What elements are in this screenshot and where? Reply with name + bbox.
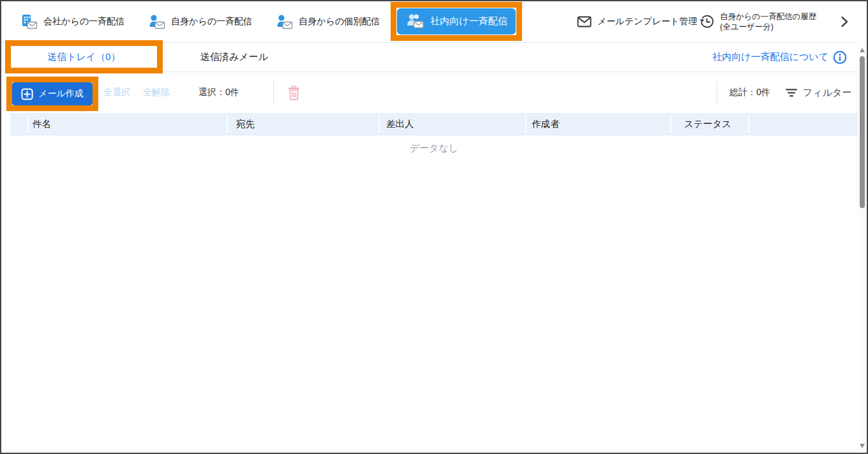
scroll-up-arrow-icon[interactable] xyxy=(860,48,865,52)
about-link-label: 社内向け一斉配信について xyxy=(712,51,828,63)
group-mail-icon xyxy=(405,13,424,30)
annotation-highlight-internal-broadcast: 社内向け一斉配信 xyxy=(391,2,522,41)
nav-item-template-management[interactable]: メールテンプレート管理 xyxy=(577,1,697,42)
table-header-row: 件名 宛先 差出人 作成者 ステータス xyxy=(10,113,858,135)
tab-label: 送信済みメール xyxy=(200,51,268,63)
annotation-highlight-outbox-tab: 送信トレイ（0） xyxy=(5,40,163,73)
tab-sent-mail[interactable]: 送信済みメール xyxy=(163,43,306,72)
compose-button-label: メール作成 xyxy=(38,88,84,100)
empty-table-message: データなし xyxy=(10,142,858,155)
column-separator xyxy=(227,115,228,133)
delete-button[interactable] xyxy=(287,72,301,113)
filter-icon xyxy=(785,88,798,98)
trash-icon xyxy=(287,86,301,100)
person-mail-icon xyxy=(148,13,165,30)
column-header-recipient: 宛先 xyxy=(236,113,255,135)
person-mail-icon xyxy=(276,13,293,30)
info-icon xyxy=(833,50,847,64)
chevron-right-icon xyxy=(840,15,849,28)
nav-item-broadcast-history[interactable]: 自身からの一斉配信の履歴 (全ユーザー分) xyxy=(700,1,816,42)
nav-item-label: 社内向け一斉配信 xyxy=(430,15,507,27)
nav-item-label: 自身からの一斉配信の履歴 xyxy=(720,11,816,22)
column-header-subject: 件名 xyxy=(33,113,51,135)
toolbar-divider xyxy=(273,80,274,105)
column-header-sender: 差出人 xyxy=(386,113,414,135)
total-count: 総計：0件 xyxy=(730,72,770,113)
nav-item-label: 自身からの一斉配信 xyxy=(171,16,252,27)
filter-button[interactable]: フィルター xyxy=(785,72,851,113)
selected-count: 選択：0件 xyxy=(198,72,239,113)
filter-button-label: フィルター xyxy=(803,87,851,99)
vertical-scrollbar[interactable] xyxy=(858,43,867,453)
column-separator xyxy=(378,115,380,133)
deselect-all-button[interactable]: 全解除 xyxy=(143,72,170,113)
tab-outbox[interactable]: 送信トレイ（0） xyxy=(47,51,120,63)
nav-item-label: 会社からの一斉配信 xyxy=(43,16,124,27)
history-icon xyxy=(700,15,714,29)
app-window: 会社からの一斉配信 自身からの一斉配信 自身からの個別配信 xyxy=(0,0,868,454)
annotation-highlight-compose-button: メール作成 xyxy=(6,77,98,111)
column-separator xyxy=(525,115,527,133)
nav-overflow-button[interactable] xyxy=(840,1,849,42)
scroll-down-arrow-icon[interactable] xyxy=(860,444,865,448)
nav-item-label: メールテンプレート管理 xyxy=(597,16,697,27)
column-header-status: ステータス xyxy=(684,113,731,135)
nav-item-company-broadcast[interactable]: 会社からの一斉配信 xyxy=(20,1,124,42)
nav-item-sublabel: (全ユーザー分) xyxy=(720,22,816,32)
plus-icon xyxy=(21,88,33,100)
nav-item-label: 自身からの個別配信 xyxy=(299,16,380,27)
toolbar-divider xyxy=(717,80,717,105)
building-mail-icon xyxy=(20,13,38,30)
column-header-creator: 作成者 xyxy=(532,113,560,135)
column-separator xyxy=(748,115,749,133)
compose-mail-button[interactable]: メール作成 xyxy=(12,82,93,105)
about-internal-broadcast-link[interactable]: 社内向け一斉配信について xyxy=(712,43,847,72)
select-all-button[interactable]: 全選択 xyxy=(103,72,130,113)
nav-item-self-individual[interactable]: 自身からの個別配信 xyxy=(276,1,380,42)
envelope-icon xyxy=(577,16,592,27)
column-separator xyxy=(27,115,29,133)
nav-item-self-broadcast[interactable]: 自身からの一斉配信 xyxy=(148,1,252,42)
scrollbar-thumb[interactable] xyxy=(860,56,865,208)
nav-item-internal-broadcast[interactable]: 社内向け一斉配信 xyxy=(397,8,516,34)
column-separator xyxy=(670,115,671,133)
